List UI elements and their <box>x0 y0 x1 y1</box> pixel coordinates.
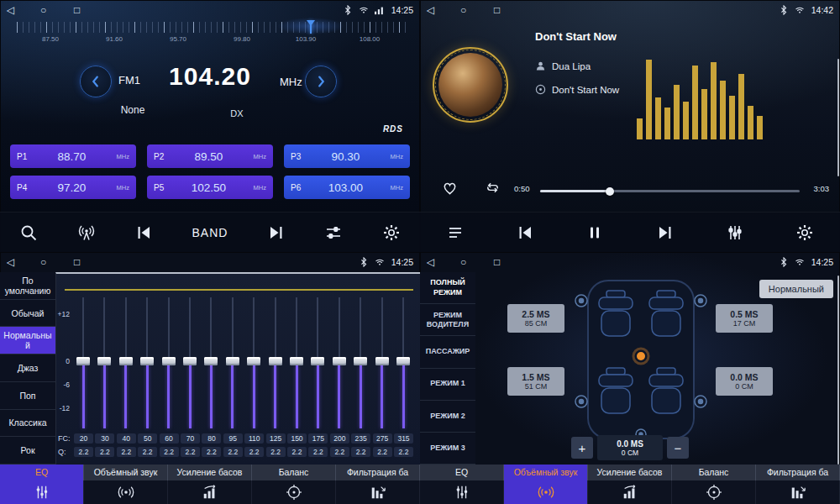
nav-home-icon[interactable]: ○ <box>460 4 494 16</box>
slider-knob[interactable] <box>119 357 133 365</box>
eq-band-slider[interactable] <box>353 297 368 428</box>
delay-rear-right[interactable]: 0.0 MS 0 CM <box>716 367 773 396</box>
eq-preset-item[interactable]: Рок <box>0 437 55 465</box>
audio-tab-0[interactable]: EQ <box>0 465 84 504</box>
previous-track-icon[interactable] <box>516 223 534 242</box>
eq-band-slider[interactable] <box>203 297 218 428</box>
audio-tab-3[interactable]: Баланс <box>252 465 336 504</box>
next-track-icon[interactable] <box>267 223 286 242</box>
slider-knob[interactable] <box>183 357 197 365</box>
slider-knob[interactable] <box>290 357 303 365</box>
slider-knob[interactable] <box>333 357 346 365</box>
eq-preset-item[interactable]: Нормальный <box>0 327 55 354</box>
eq-band-slider[interactable] <box>375 297 390 428</box>
repeat-icon[interactable] <box>484 179 501 197</box>
nav-recents-icon[interactable]: □ <box>494 4 528 16</box>
audio-tab-4[interactable]: Фильтрация ба <box>336 465 420 504</box>
preset-button-p4[interactable]: P497.20MHz <box>10 176 136 199</box>
preset-button-p5[interactable]: P5102.50MHz <box>147 176 273 199</box>
eq-band-slider[interactable] <box>310 297 325 428</box>
eq-band-slider[interactable] <box>289 297 304 428</box>
audio-tab-2[interactable]: Усиление басов <box>168 465 252 504</box>
nav-back-icon[interactable]: ◁ <box>7 4 40 16</box>
progress-bar[interactable] <box>540 190 800 192</box>
eq-band-slider[interactable] <box>182 297 197 428</box>
field-mode-item[interactable]: РЕЖИМ 1 <box>420 369 475 401</box>
preset-button-p1[interactable]: P188.70MHz <box>10 144 136 168</box>
field-mode-item[interactable]: РЕЖИМ ВОДИТЕЛЯ <box>420 304 475 336</box>
eq-band-slider[interactable] <box>246 297 261 428</box>
eq-preset-item[interactable]: По умолчанию <box>0 272 55 300</box>
preset-button-p2[interactable]: P289.50MHz <box>147 144 273 168</box>
eq-preset-item[interactable]: Поп <box>0 382 55 410</box>
field-mode-item[interactable]: ПАССАЖИР <box>420 336 475 368</box>
preset-button-p6[interactable]: P6103.00MHz <box>284 176 410 199</box>
nav-back-icon[interactable]: ◁ <box>427 4 460 16</box>
listening-position-dot[interactable] <box>637 352 645 360</box>
audio-tab-2[interactable]: Усиление басов <box>588 465 672 504</box>
eq-band-slider[interactable] <box>396 297 411 428</box>
scrollbar[interactable] <box>837 276 839 465</box>
album-art[interactable] <box>433 47 508 123</box>
delay-front-right[interactable]: 0.5 MS 17 CM <box>716 304 773 333</box>
band-button[interactable]: BAND <box>192 226 228 239</box>
audio-tab-3[interactable]: Баланс <box>672 465 756 504</box>
slider-knob[interactable] <box>204 357 218 365</box>
field-mode-item[interactable]: РЕЖИМ 3 <box>420 433 475 465</box>
scrollbar[interactable] <box>837 59 839 176</box>
audio-tab-4[interactable]: Фильтрация ба <box>756 465 840 504</box>
eq-preset-item[interactable]: Классика <box>0 410 55 438</box>
eq-band-slider[interactable] <box>118 297 134 428</box>
slider-knob[interactable] <box>247 357 260 365</box>
nav-home-icon[interactable]: ○ <box>40 256 74 268</box>
field-preset-button[interactable]: Нормальный <box>759 280 833 298</box>
slider-knob[interactable] <box>162 357 176 365</box>
eq-band-slider[interactable] <box>76 297 91 428</box>
nav-home-icon[interactable]: ○ <box>460 256 494 268</box>
slider-knob[interactable] <box>76 357 90 365</box>
favorite-heart-icon[interactable] <box>441 179 459 197</box>
tune-up-button[interactable] <box>305 66 337 97</box>
delay-front-left[interactable]: 2.5 MS 85 CM <box>507 304 564 333</box>
eq-band-slider[interactable] <box>139 297 155 428</box>
nav-recents-icon[interactable]: □ <box>74 256 108 268</box>
nav-back-icon[interactable]: ◁ <box>427 256 460 268</box>
delay-rear-left[interactable]: 1.5 MS 51 CM <box>507 367 564 396</box>
slider-knob[interactable] <box>375 357 389 365</box>
previous-track-icon[interactable] <box>134 223 153 242</box>
slider-knob[interactable] <box>97 357 111 365</box>
nav-home-icon[interactable]: ○ <box>40 4 74 16</box>
slider-knob[interactable] <box>226 357 239 365</box>
equalizer-sliders-icon[interactable] <box>324 223 343 242</box>
audio-tab-1[interactable]: Объёмный звук <box>84 465 168 504</box>
increase-delay-button[interactable]: + <box>571 437 593 459</box>
eq-preset-item[interactable]: Обычай <box>0 300 55 328</box>
playlist-icon[interactable] <box>446 223 465 242</box>
settings-gear-icon[interactable] <box>382 223 401 242</box>
nav-recents-icon[interactable]: □ <box>494 256 528 268</box>
slider-knob[interactable] <box>354 357 367 365</box>
broadcast-scan-icon[interactable] <box>77 223 96 242</box>
settings-gear-icon[interactable] <box>795 223 814 242</box>
field-mode-item[interactable]: РЕЖИМ 2 <box>420 401 475 433</box>
eq-band-slider[interactable] <box>268 297 283 428</box>
audio-tab-0[interactable]: EQ <box>420 465 504 504</box>
eq-band-slider[interactable] <box>332 297 347 428</box>
selected-delay-value[interactable]: 0.0 MS 0 CM <box>597 435 663 460</box>
slider-knob[interactable] <box>311 357 324 365</box>
eq-band-slider[interactable] <box>225 297 240 428</box>
preset-button-p3[interactable]: P390.30MHz <box>284 144 410 168</box>
eq-band-slider[interactable] <box>161 297 176 428</box>
progress-knob[interactable] <box>606 187 614 196</box>
decrease-delay-button[interactable]: − <box>667 437 689 459</box>
next-track-icon[interactable] <box>656 223 675 242</box>
field-mode-item[interactable]: ПОЛНЫЙ РЕЖИМ <box>420 272 475 304</box>
slider-knob[interactable] <box>140 357 154 365</box>
audio-tab-1[interactable]: Объёмный звук <box>504 465 588 504</box>
search-icon[interactable] <box>19 223 38 242</box>
eq-band-slider[interactable] <box>97 297 112 428</box>
pause-icon[interactable] <box>585 223 604 242</box>
equalizer-sliders-icon[interactable] <box>726 223 744 242</box>
eq-preset-item[interactable]: Джаз <box>0 354 55 382</box>
slider-knob[interactable] <box>396 357 410 365</box>
